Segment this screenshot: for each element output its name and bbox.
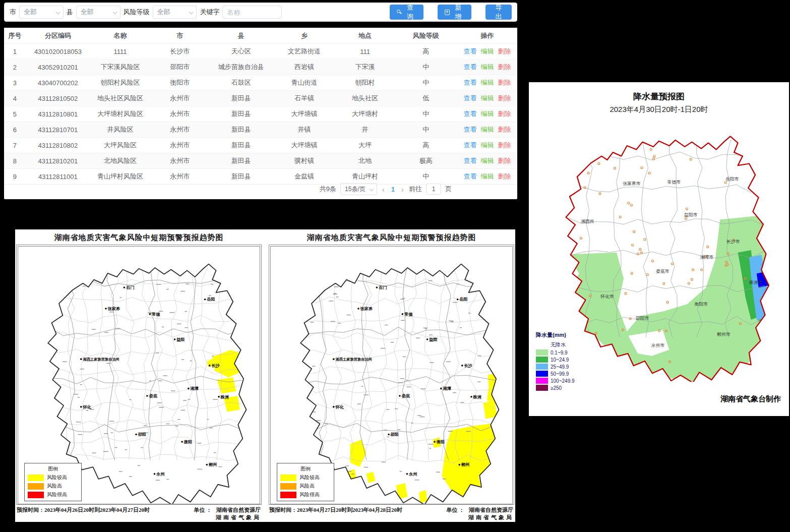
next-page-button[interactable]: › — [400, 185, 405, 194]
delete-link[interactable]: 删除 — [498, 79, 511, 86]
legend-swatch — [28, 492, 44, 498]
cell-city: 永州市 — [150, 138, 209, 153]
delete-link[interactable]: 删除 — [498, 126, 511, 133]
map-city-label: 石门 — [378, 285, 387, 290]
cell-county: 石鼓区 — [209, 75, 273, 91]
map-city-label: 衡阳市 — [695, 302, 708, 307]
legend-swatch — [280, 475, 296, 481]
column-header: 名称 — [90, 28, 150, 44]
search-button[interactable]: 查询 — [390, 5, 423, 20]
city-dot — [388, 434, 390, 436]
map-city-label: 永州市 — [651, 343, 665, 348]
station-marker — [757, 159, 759, 161]
legend-swatch — [536, 342, 548, 348]
edit-link[interactable]: 编辑 — [480, 79, 494, 86]
column-header: 市 — [150, 28, 209, 44]
city-dot — [154, 473, 156, 475]
risk-level-select[interactable]: 全部 — [153, 6, 197, 19]
view-link[interactable]: 查看 — [463, 94, 476, 102]
view-link[interactable]: 查看 — [463, 126, 476, 133]
legend-label: 风险很高 — [47, 491, 67, 498]
cell-risk: 高 — [395, 44, 457, 60]
table-row: 643112810701井风险区永州市新田县井镇井中查看编辑删除 — [4, 122, 517, 138]
delete-link[interactable]: 删除 — [498, 110, 511, 117]
map-city-label: 湘潭 — [190, 386, 199, 391]
page-size-select[interactable]: 15条/页 — [340, 183, 377, 195]
cell-name: 北地风险区 — [90, 153, 150, 169]
risk-area-table-card: 序号分区编码名称市县乡地点风险等级操作 143010200180531111长沙… — [4, 28, 517, 199]
map-city-label: 株洲 — [473, 395, 481, 399]
cell-seq: 2 — [4, 60, 26, 75]
map-city-label: 常德 — [152, 312, 160, 317]
legend-swatch — [280, 483, 296, 490]
cell-city: 衡阳市 — [150, 75, 209, 91]
edit-link[interactable]: 编辑 — [480, 157, 494, 164]
map-city-label: 怀化 — [335, 405, 344, 409]
cell-city: 永州市 — [150, 122, 209, 138]
edit-link[interactable]: 编辑 — [480, 172, 494, 180]
legend-label: 100~249.9 — [551, 378, 575, 384]
cell-county: 天心区 — [209, 44, 273, 60]
delete-link[interactable]: 删除 — [498, 157, 511, 164]
goto-page-input[interactable] — [426, 184, 441, 195]
add-button[interactable]: + 新增 — [438, 5, 471, 20]
edit-link[interactable]: 编辑 — [480, 63, 494, 71]
view-link[interactable]: 查看 — [463, 110, 476, 117]
view-link[interactable]: 查看 — [463, 79, 476, 86]
view-link[interactable]: 查看 — [463, 157, 476, 164]
delete-link[interactable]: 删除 — [498, 63, 511, 71]
keyword-input[interactable] — [222, 6, 282, 19]
cell-place: 下宋溪 — [336, 60, 395, 75]
legend-swatch — [536, 371, 548, 377]
cell-name: 地头社区风险区 — [90, 91, 150, 106]
cell-town: 青山街道 — [273, 75, 335, 91]
table-row: 443112810502地头社区风险区永州市新田县石羊镇地头社区低查看编辑删除 — [4, 91, 517, 106]
view-link[interactable]: 查看 — [463, 141, 476, 149]
search-icon — [397, 10, 401, 15]
cell-name: 朝阳村风险区 — [90, 75, 150, 91]
city-select[interactable]: 全部 — [19, 6, 64, 19]
delete-link[interactable]: 删除 — [498, 141, 511, 149]
cell-seq: 1 — [4, 44, 26, 60]
delete-link[interactable]: 删除 — [498, 172, 511, 180]
station-marker — [760, 211, 762, 213]
cell-code: 43052910201 — [26, 60, 90, 75]
city-dot — [146, 395, 148, 397]
legend-item: 风险较高 — [280, 474, 331, 481]
precip-map-title: 降水量预报图 — [529, 91, 789, 102]
cell-risk: 中 — [395, 106, 457, 122]
map-city-label: 益阳 — [176, 337, 185, 342]
delete-link[interactable]: 删除 — [498, 47, 511, 55]
city-dot — [470, 396, 472, 398]
map-city-label: 株洲市 — [749, 280, 763, 285]
edit-link[interactable]: 编辑 — [480, 110, 494, 117]
current-page[interactable]: 1 — [390, 186, 396, 193]
view-link[interactable]: 查看 — [463, 172, 476, 180]
city-dot — [188, 388, 190, 390]
cell-seq: 7 — [4, 138, 26, 153]
edit-link[interactable]: 编辑 — [480, 141, 494, 149]
cell-code: 43040700202 — [26, 75, 90, 91]
delete-link[interactable]: 删除 — [498, 94, 511, 102]
prev-page-button[interactable]: ‹ — [381, 185, 386, 194]
map-city-label: 娄底市 — [656, 269, 670, 274]
column-header: 风险等级 — [395, 28, 457, 44]
county-select[interactable]: 全部 — [76, 6, 120, 19]
page-unit-label: 页 — [445, 185, 452, 194]
view-link[interactable]: 查看 — [463, 47, 476, 55]
legend-swatch — [28, 475, 44, 481]
map-city-label: 湘潭 — [443, 386, 452, 391]
map-city-label: 湘西州 — [581, 219, 594, 224]
cell-town: 大坪塘镇 — [273, 138, 335, 153]
cell-code: 43112811001 — [26, 169, 90, 185]
view-link[interactable]: 查看 — [463, 63, 476, 71]
export-button[interactable]: 导出 — [485, 5, 512, 20]
legend-item: 风险高 — [280, 483, 331, 490]
edit-link[interactable]: 编辑 — [480, 94, 494, 102]
plus-icon: + — [445, 10, 450, 15]
trend-map-legend: 图例 风险较高风险高风险很高 — [277, 463, 334, 501]
edit-link[interactable]: 编辑 — [480, 47, 494, 55]
edit-link[interactable]: 编辑 — [480, 126, 494, 133]
unit-line2: 湖南省气象局 — [216, 514, 261, 521]
forecast-time: 预报时间：2023年04月26日20时到2023年04月27日20时 — [17, 506, 150, 514]
